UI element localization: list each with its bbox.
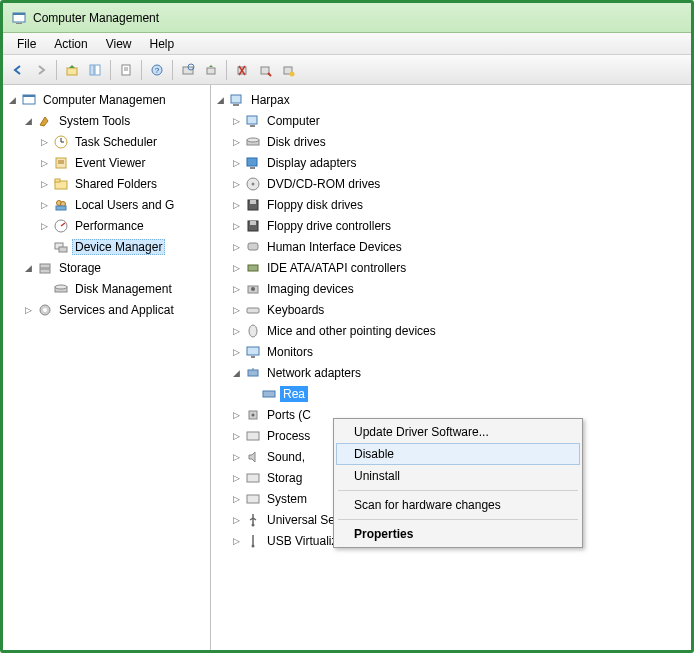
tree-system-tools[interactable]: ◢ System Tools <box>23 110 210 131</box>
expand-icon[interactable]: ▷ <box>231 409 242 420</box>
update-driver-button[interactable] <box>200 59 222 81</box>
expand-icon[interactable]: ▷ <box>231 199 242 210</box>
expand-icon[interactable]: ▷ <box>231 451 242 462</box>
tree-local-users[interactable]: ▷Local Users and G <box>39 194 210 215</box>
tree-shared-folders[interactable]: ▷Shared Folders <box>39 173 210 194</box>
uninstall-button[interactable] <box>231 59 253 81</box>
toolbar-separator <box>110 60 111 80</box>
svg-rect-37 <box>40 269 50 273</box>
tree-label: Mice and other pointing devices <box>264 323 439 339</box>
device-category[interactable]: ▷Imaging devices <box>231 278 691 299</box>
menu-action[interactable]: Action <box>46 35 95 53</box>
tree-device-manager[interactable]: ▷Device Manager <box>39 236 210 257</box>
cm-uninstall[interactable]: Uninstall <box>336 465 580 487</box>
tree-label: Human Interface Devices <box>264 239 405 255</box>
device-category[interactable]: ▷Display adapters <box>231 152 691 173</box>
device-category[interactable]: ▷Monitors <box>231 341 691 362</box>
device-category[interactable]: ▷Keyboards <box>231 299 691 320</box>
collapse-icon[interactable]: ◢ <box>215 94 226 105</box>
menu-view[interactable]: View <box>98 35 140 53</box>
tree-label: Ports (C <box>264 407 314 423</box>
svg-rect-2 <box>16 23 22 24</box>
expand-icon[interactable]: ▷ <box>231 241 242 252</box>
expand-icon[interactable]: ▷ <box>231 472 242 483</box>
scan-hardware-button[interactable] <box>177 59 199 81</box>
expand-icon[interactable]: ▷ <box>39 157 50 168</box>
expand-icon[interactable]: ▷ <box>231 493 242 504</box>
device-category[interactable]: ▷Human Interface Devices <box>231 236 691 257</box>
tree-label: IDE ATA/ATAPI controllers <box>264 260 409 276</box>
tree-label: Shared Folders <box>72 176 160 192</box>
device-category[interactable]: ◢Network adapters <box>231 362 691 383</box>
up-button[interactable] <box>61 59 83 81</box>
enable-button[interactable] <box>277 59 299 81</box>
device-icon <box>245 281 261 297</box>
expand-icon[interactable]: ▷ <box>231 262 242 273</box>
titlebar: Computer Management <box>3 3 691 33</box>
tree-disk-management[interactable]: ▷Disk Management <box>39 278 210 299</box>
expand-icon[interactable]: ▷ <box>39 220 50 231</box>
tree-storage[interactable]: ◢ Storage <box>23 257 210 278</box>
device-tree-pane: ◢ Harpax ▷Computer▷Disk drives▷Display a… <box>211 85 691 650</box>
expand-icon[interactable]: ▷ <box>231 115 242 126</box>
expand-icon[interactable]: ▷ <box>231 304 242 315</box>
performance-icon <box>53 218 69 234</box>
device-icon <box>245 218 261 234</box>
expand-icon[interactable]: ▷ <box>39 199 50 210</box>
collapse-icon[interactable]: ◢ <box>23 262 34 273</box>
expand-icon[interactable]: ▷ <box>231 283 242 294</box>
device-category[interactable]: ▷Floppy disk drives <box>231 194 691 215</box>
svg-point-19 <box>290 71 295 76</box>
expand-icon[interactable]: ▷ <box>231 136 242 147</box>
cm-scan-hardware[interactable]: Scan for hardware changes <box>336 494 580 516</box>
forward-button[interactable] <box>30 59 52 81</box>
expand-icon[interactable]: ▷ <box>231 514 242 525</box>
tree-label: Process <box>264 428 313 444</box>
expand-icon[interactable]: ▷ <box>231 178 242 189</box>
cm-properties[interactable]: Properties <box>336 523 580 545</box>
device-category[interactable]: ▷Floppy drive controllers <box>231 215 691 236</box>
show-hide-tree-button[interactable] <box>84 59 106 81</box>
tree-label: Rea <box>280 386 308 402</box>
help-button[interactable]: ? <box>146 59 168 81</box>
tree-services[interactable]: ▷ Services and Applicat <box>23 299 210 320</box>
device-category[interactable]: ▷Mice and other pointing devices <box>231 320 691 341</box>
cm-disable[interactable]: Disable <box>336 443 580 465</box>
tree-performance[interactable]: ▷Performance <box>39 215 210 236</box>
expand-icon[interactable]: ▷ <box>231 535 242 546</box>
tree-label: Network adapters <box>264 365 364 381</box>
svg-text:?: ? <box>155 66 160 75</box>
expand-icon[interactable]: ▷ <box>39 178 50 189</box>
expand-icon[interactable]: ▷ <box>23 304 34 315</box>
collapse-icon[interactable]: ◢ <box>231 367 242 378</box>
svg-rect-5 <box>95 65 100 75</box>
device-category[interactable]: ▷IDE ATA/ATAPI controllers <box>231 257 691 278</box>
expand-icon[interactable]: ▷ <box>231 430 242 441</box>
expand-icon[interactable]: ▷ <box>231 325 242 336</box>
menu-file[interactable]: File <box>9 35 44 53</box>
tree-event-viewer[interactable]: ▷Event Viewer <box>39 152 210 173</box>
expand-icon[interactable]: ▷ <box>231 157 242 168</box>
collapse-icon[interactable]: ◢ <box>7 94 18 105</box>
collapse-icon[interactable]: ◢ <box>23 115 34 126</box>
disable-button[interactable] <box>254 59 276 81</box>
expand-icon[interactable]: ▷ <box>231 346 242 357</box>
device-network-adapter-selected[interactable]: ▷Rea <box>247 383 691 404</box>
tree-task-scheduler[interactable]: ▷Task Scheduler <box>39 131 210 152</box>
back-button[interactable] <box>7 59 29 81</box>
expand-icon[interactable]: ▷ <box>231 220 242 231</box>
cm-update-driver[interactable]: Update Driver Software... <box>336 421 580 443</box>
expand-icon[interactable]: ▷ <box>39 136 50 147</box>
device-category[interactable]: ▷DVD/CD-ROM drives <box>231 173 691 194</box>
device-root[interactable]: ◢ Harpax <box>215 89 691 110</box>
tree-root-computer-management[interactable]: ◢ Computer Managemen <box>7 89 210 110</box>
menu-help[interactable]: Help <box>142 35 183 53</box>
cm-separator <box>338 490 578 491</box>
event-viewer-icon <box>53 155 69 171</box>
properties-button[interactable] <box>115 59 137 81</box>
device-category[interactable]: ▷Computer <box>231 110 691 131</box>
device-category[interactable]: ▷Disk drives <box>231 131 691 152</box>
device-icon <box>245 155 261 171</box>
svg-point-41 <box>43 308 47 312</box>
svg-rect-13 <box>207 68 215 74</box>
